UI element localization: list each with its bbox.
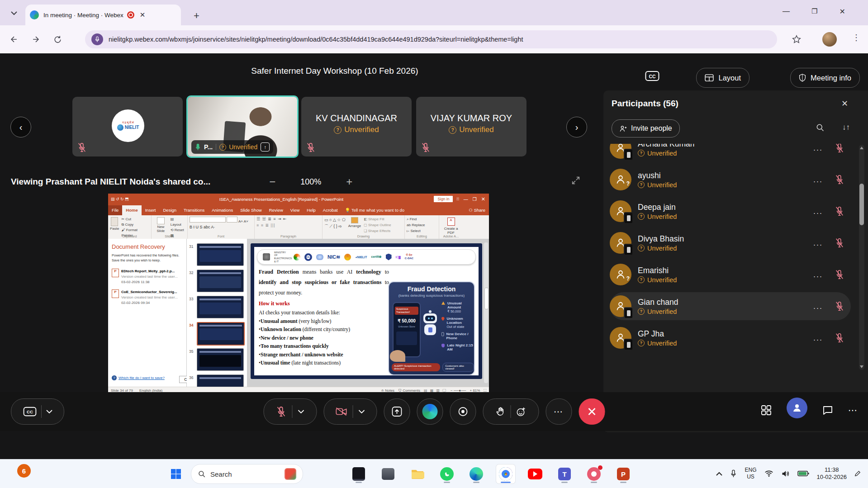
recovered-file-1[interactable]: P EDtech Report_Meity_ppt-2.p...Version … <box>112 269 183 285</box>
ppt-tab-review[interactable]: Review <box>266 205 287 215</box>
camera-button[interactable] <box>323 398 377 425</box>
tray-volume-icon[interactable] <box>781 470 790 478</box>
video-tile-kv[interactable]: KV CHANDINAGAR ?Unverified <box>301 97 412 156</box>
ppt-tab-design[interactable]: Design <box>159 205 180 215</box>
participant-row[interactable]: Deepa jain ?Unverified ... <box>610 197 851 225</box>
address-bar[interactable]: nielitgkp.webex.com/wbxmjs/joinservice/s… <box>85 30 777 48</box>
participant-row[interactable]: Archana Kumari ?Unverified ... <box>610 144 851 162</box>
record-app-icon[interactable] <box>584 464 603 483</box>
start-button[interactable] <box>166 464 185 483</box>
ppt-tab-acrobat[interactable]: Acrobat <box>319 205 342 215</box>
ppt-tellme[interactable]: 💡 Tell me what you want to do <box>342 205 408 215</box>
youtube-icon[interactable] <box>526 464 545 483</box>
tray-mic-icon[interactable] <box>730 469 737 478</box>
ppt-tab-insert[interactable]: Insert <box>142 205 160 215</box>
new-tab-button[interactable]: + <box>194 10 199 22</box>
participant-muted-mic-icon[interactable] <box>835 301 844 312</box>
participant-row-highlighted[interactable]: Gian chand ?Unverified ... <box>610 292 851 320</box>
filmstrip-next-icon[interactable]: › <box>566 117 587 137</box>
panel-more-icon[interactable]: ⋯ <box>848 405 858 416</box>
zoom-out-button[interactable]: − <box>269 175 275 188</box>
video-tile-nielit[interactable]: रा.इ.सू.प्री.सं NIELIT <box>72 97 183 156</box>
filmstrip-prev-icon[interactable]: ‹ <box>10 117 31 137</box>
profile-avatar[interactable] <box>822 32 837 47</box>
participant-row[interactable]: ? Emarishi ?Unverified ... <box>610 261 851 289</box>
ppt-tab-slideshow[interactable]: Slide Show <box>237 205 266 215</box>
participant-search-icon[interactable] <box>816 123 825 132</box>
app-icon-dark-tool[interactable] <box>349 464 368 483</box>
participant-more-icon[interactable]: ... <box>813 270 823 280</box>
slide-thumb-35[interactable] <box>197 348 244 371</box>
slide-thumb-36[interactable] <box>197 374 244 387</box>
ppt-tab-help[interactable]: Help <box>303 205 319 215</box>
video-tile-prashant-active[interactable]: P... ?Unverified ↑ <box>186 95 299 158</box>
meeting-info-button[interactable]: Meeting info <box>790 68 860 88</box>
captions-button[interactable]: CC <box>11 398 64 425</box>
ppt-sign-in-button[interactable]: Sign in <box>434 196 453 202</box>
tray-pen-icon[interactable] <box>854 470 861 477</box>
participant-more-icon[interactable]: ... <box>813 175 823 185</box>
participant-muted-mic-icon[interactable] <box>835 144 844 153</box>
video-tile-vijay[interactable]: VIJAY KUMAR ROY ?Unverified <box>416 97 526 156</box>
powerpoint-icon[interactable]: P <box>614 464 633 483</box>
ppt-tab-view[interactable]: View <box>287 205 303 215</box>
tray-chevron-icon[interactable] <box>716 472 722 476</box>
bookmark-star-icon[interactable] <box>792 34 802 44</box>
expand-viewer-icon[interactable] <box>571 175 581 185</box>
back-icon[interactable] <box>6 32 22 47</box>
tray-language[interactable]: ENGUS <box>745 467 756 480</box>
participant-muted-mic-icon[interactable] <box>835 269 844 280</box>
grid-layout-icon[interactable] <box>760 404 772 416</box>
share-screen-button[interactable] <box>384 398 410 425</box>
slide-scrollbar[interactable] <box>484 242 488 383</box>
chrome-icon-active[interactable] <box>496 464 515 483</box>
slide-thumb-31[interactable] <box>197 243 244 266</box>
participant-muted-mic-icon[interactable] <box>835 237 844 248</box>
reactions-button[interactable] <box>483 398 539 425</box>
participants-scrollbar[interactable] <box>859 145 864 370</box>
browser-tab[interactable]: In meeting · Meeting · Webex ✕ <box>25 5 181 25</box>
webex-apps-button[interactable] <box>417 398 443 425</box>
ppt-minimize-button[interactable]: — <box>464 197 468 202</box>
ppt-tab-home[interactable]: Home <box>122 205 141 215</box>
teams-icon[interactable]: T <box>555 464 574 483</box>
participant-more-icon[interactable]: ... <box>813 238 823 248</box>
ppt-restore-button[interactable]: ❐ <box>473 197 477 202</box>
site-mic-permission-icon[interactable] <box>91 33 103 45</box>
recovery-help-link[interactable]: ? Which file do I want to save? <box>112 375 165 380</box>
participant-sort-icon[interactable]: ↓↑ <box>842 123 850 132</box>
whatsapp-icon[interactable] <box>437 464 456 483</box>
zoom-in-button[interactable]: + <box>346 175 352 188</box>
slide-thumb-33[interactable] <box>197 296 244 318</box>
participant-more-icon[interactable]: ... <box>813 333 823 343</box>
slide-thumb-32[interactable] <box>197 270 244 292</box>
ppt-tab-animations[interactable]: Animations <box>208 205 237 215</box>
ppt-quick-access[interactable]: ▤ ↺ ↻ ⬒ <box>111 197 129 201</box>
participant-more-icon[interactable]: ... <box>813 302 823 311</box>
tab-search-chevron-icon[interactable] <box>7 6 21 20</box>
invite-people-button[interactable]: Invite people <box>612 119 680 137</box>
notification-badge[interactable]: 6 <box>17 464 31 478</box>
window-restore-button[interactable]: ❐ <box>811 7 817 16</box>
record-button[interactable] <box>450 398 476 425</box>
ribbon-group-font[interactable]: A˄ A˅ B I U S abc A· Font <box>188 215 255 239</box>
recovered-file-2[interactable]: P CoE_Semiconductor_Sovereig...Version c… <box>112 289 183 306</box>
participants-panel-button-active[interactable] <box>787 398 807 418</box>
ribbon-group-drawing[interactable]: ▭ ○ △ ☆ ⬠⌒ ⟋ { } ⇨ Arrange ◧ Shape Fill▢… <box>323 215 405 239</box>
ribbon-group-slides[interactable]: New Slide ▤ Layout⟲ Reset▦ Section Slide… <box>152 215 188 239</box>
leave-meeting-button[interactable] <box>579 398 605 425</box>
participant-row[interactable]: GP Jha ?Unverified ... <box>610 324 851 352</box>
participant-more-icon[interactable]: ... <box>813 207 823 216</box>
edge-icon[interactable] <box>467 464 486 483</box>
window-minimize-button[interactable]: — <box>783 7 790 16</box>
chat-icon[interactable] <box>822 404 834 416</box>
ribbon-group-paragraph[interactable]: ☰ ☱ ≣ ≡ ⇥ ⇤ ≡ ≡ ≣ ||| Paragraph <box>255 215 323 239</box>
ribbon-group-adobe[interactable]: ACreate a PDF Adobe A... <box>439 215 463 239</box>
ppt-tab-transitions[interactable]: Transitions <box>180 205 208 215</box>
ribbon-group-clipboard[interactable]: Paste ✂ Cut⧉ Copy🖌 Format Painter Clipbo… <box>108 215 152 239</box>
tray-wifi-icon[interactable] <box>764 470 773 477</box>
more-options-button[interactable]: ⋯ <box>545 398 572 425</box>
reload-icon[interactable] <box>50 32 65 47</box>
tray-clock[interactable]: 11:3810-02-2026 <box>817 466 847 481</box>
participant-row[interactable]: Divya Bhasin ?Unverified ... <box>610 229 851 257</box>
